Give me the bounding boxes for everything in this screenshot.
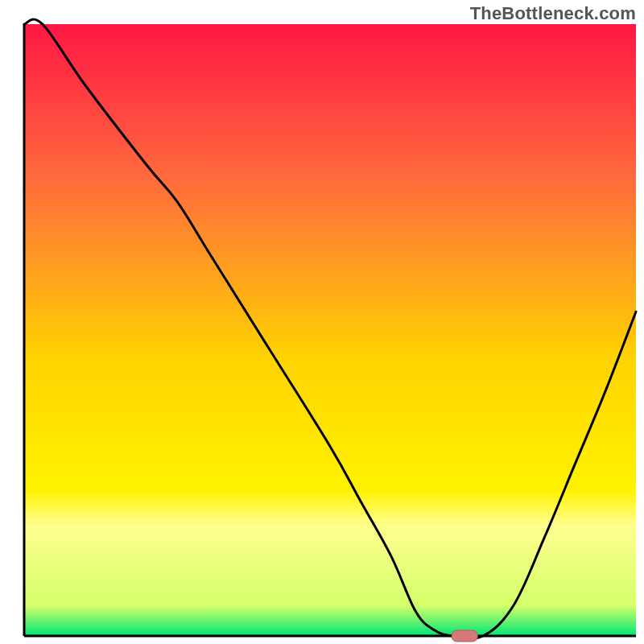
plot-background <box>24 24 636 636</box>
bottleneck-chart: TheBottleneck.com <box>0 0 644 644</box>
optimal-point-marker <box>452 630 477 642</box>
watermark-text: TheBottleneck.com <box>470 3 636 24</box>
chart-svg <box>0 0 644 644</box>
